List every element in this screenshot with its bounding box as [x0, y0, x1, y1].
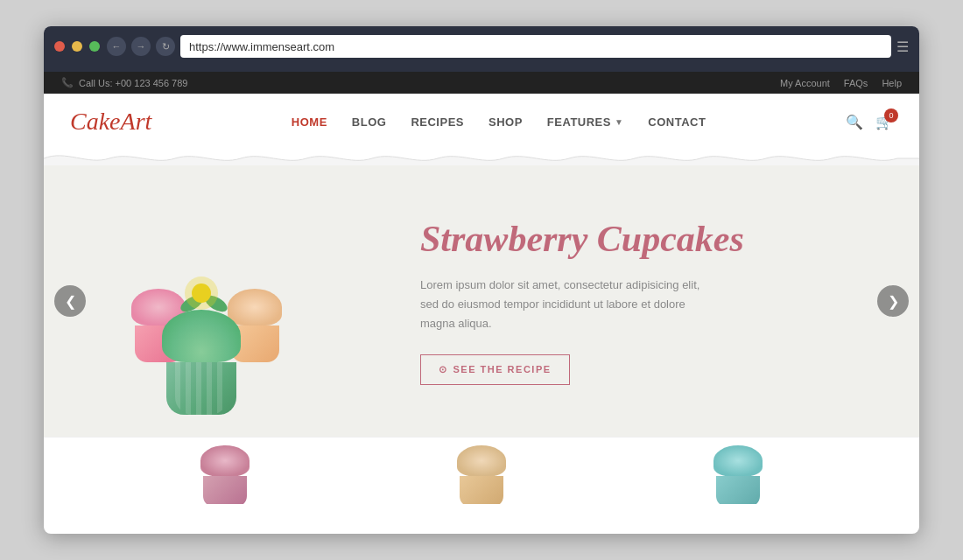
- nav-home[interactable]: HOME: [292, 116, 327, 129]
- site-logo[interactable]: CakeArt: [70, 108, 151, 136]
- minimize-dot[interactable]: [72, 41, 82, 52]
- hero-text-area: Strawberry Cupcakes Lorem ipsum dolor si…: [394, 217, 849, 385]
- cupcake-frosting-pink: [200, 445, 250, 476]
- nav-recipes[interactable]: RECIPES: [411, 116, 464, 129]
- bottom-cupcake-peach: [455, 445, 508, 504]
- browser-window: ← → ↻ ☰ 📞 Call Us: +00 123 456 789 My Ac…: [44, 26, 919, 534]
- close-dot[interactable]: [54, 41, 65, 52]
- phone-icon: 📞: [61, 77, 74, 88]
- site-header: CakeArt HOME BLOG RECIPES SHOP FEATURES …: [44, 94, 919, 150]
- utility-bar-right: My Account FAQs Help: [780, 78, 902, 88]
- faqs-link[interactable]: FAQs: [844, 78, 868, 88]
- recipe-btn-label: SEE THE RECIPE: [453, 364, 552, 374]
- cart-wrap: 🛒 0: [875, 114, 893, 130]
- site-wrapper: 📞 Call Us: +00 123 456 789 My Account FA…: [44, 72, 919, 504]
- cupcake-cup-pink: [203, 476, 247, 504]
- utility-bar: 📞 Call Us: +00 123 456 789 My Account FA…: [44, 72, 919, 94]
- bottom-strip: [44, 437, 919, 504]
- cupcake-main: [162, 310, 241, 415]
- slider-next-button[interactable]: ❯: [877, 285, 909, 317]
- utility-bar-left: 📞 Call Us: +00 123 456 789: [61, 77, 187, 88]
- my-account-link[interactable]: My Account: [780, 78, 830, 88]
- features-dropdown-icon: ▼: [615, 117, 623, 127]
- nav-blog[interactable]: BLOG: [352, 116, 387, 129]
- help-link[interactable]: Help: [882, 78, 902, 88]
- bottom-cupcake-pink: [199, 445, 251, 504]
- logo-cake: Cake: [70, 108, 121, 135]
- search-button[interactable]: 🔍: [846, 114, 863, 130]
- see-recipe-button[interactable]: ⊙ SEE THE RECIPE: [420, 354, 570, 385]
- recipe-btn-icon: ⊙: [439, 364, 448, 375]
- phone-label: Call Us: +00 123 456 789: [79, 78, 187, 88]
- forward-button[interactable]: →: [131, 37, 151, 56]
- back-button[interactable]: ←: [107, 37, 126, 56]
- bottom-cupcake-teal: [712, 445, 764, 504]
- cupcake-cup-peach: [460, 476, 503, 504]
- slider-prev-button[interactable]: ❮: [54, 285, 86, 317]
- wavy-divider: [44, 150, 919, 165]
- maximize-dot[interactable]: [89, 41, 100, 52]
- main-nav: HOME BLOG RECIPES SHOP FEATURES ▼ CONTAC…: [292, 116, 706, 129]
- cupcake-cup-teal: [716, 476, 760, 504]
- hero-description: Lorem ipsum dolor sit amet, consectetur …: [420, 276, 718, 333]
- logo-art: Art: [121, 108, 152, 135]
- nav-icons: 🔍 🛒 0: [846, 114, 893, 130]
- cupcake-frosting-teal: [713, 445, 763, 476]
- nav-shop[interactable]: SHOP: [489, 116, 523, 129]
- hero-section: ❮: [44, 165, 919, 437]
- browser-chrome: ← → ↻ ☰: [44, 26, 919, 72]
- nav-contact[interactable]: CONTACT: [648, 116, 706, 129]
- address-bar[interactable]: [180, 35, 891, 58]
- reload-button[interactable]: ↻: [156, 37, 175, 56]
- nav-features[interactable]: FEATURES: [547, 116, 611, 129]
- hero-title: Strawberry Cupcakes: [420, 217, 849, 261]
- cupcake-frosting-peach: [457, 445, 506, 476]
- hero-content: Strawberry Cupcakes Lorem ipsum dolor si…: [44, 170, 919, 432]
- cart-badge: 0: [884, 108, 898, 122]
- browser-menu-icon[interactable]: ☰: [896, 38, 909, 55]
- hero-image: [114, 170, 394, 432]
